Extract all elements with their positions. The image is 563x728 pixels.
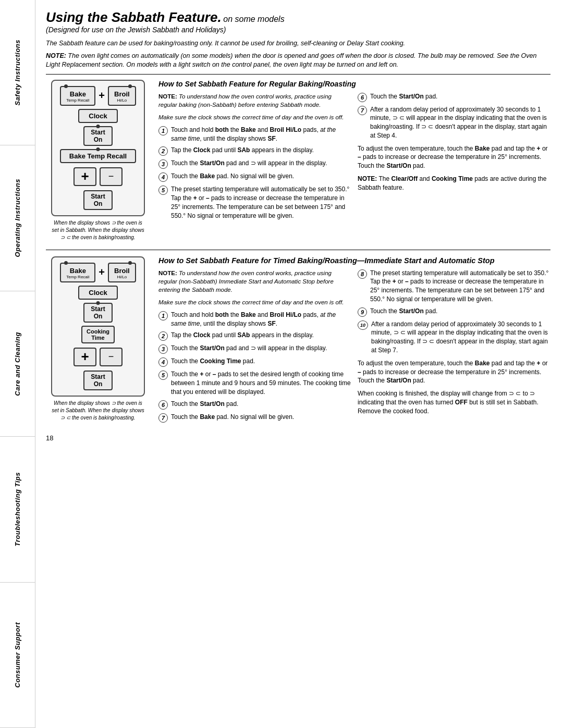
on-label: On [94,136,103,143]
note-text: The oven light comes on automatically (o… [46,52,537,69]
cooking-label: Cooking [87,328,109,335]
section-divider [46,250,550,250]
cooking-time-button[interactable]: Cooking Time [81,326,115,343]
sidebar-section-safety: Safety Instructions [0,0,35,145]
time-label: Time [91,335,104,341]
step-text-2-2: Tap the Clock pad until SAb appears in t… [171,331,351,340]
title-divider [46,74,550,75]
s1-note-label: NOTE: [158,93,177,100]
section1-note2: Make sure the clock shows the correct ti… [158,113,351,121]
broil-button-1[interactable]: Broil Hi/Lo [108,86,136,106]
step-num-2-7: 7 [158,413,168,423]
step-num-1-5: 5 [158,186,168,195]
section2-note2: Make sure the clock shows the correct ti… [158,298,351,306]
control-panel-2: Bake Temp Recall + Broil Hi/Lo Clock [51,256,145,397]
step-text-1-1: Touch and hold both the Bake and Broil H… [171,126,351,143]
bake-button-2[interactable]: Bake Temp Recall [60,263,95,282]
bake-button-1b[interactable]: Bake Temp Recall [60,149,136,163]
section1-adjust: To adjust the oven temperature, touch th… [358,144,550,170]
section1-heading: How to Set Sabbath Feature for Regular B… [158,80,550,88]
step-1-2: 2 Tap the Clock pad until SAb appears in… [158,146,351,156]
step-num-1-2: 2 [158,146,168,156]
bake-sublabel-3: Temp Recall [66,275,89,279]
step-num-2-10: 10 [358,320,368,330]
step-1-7: 7 After a random delay period of approxi… [358,105,550,140]
step-2-10: 10 After a random delay period of approx… [358,320,550,355]
intro-note: NOTE: The oven light comes on automatica… [46,52,550,70]
step-text-2-1: Touch and hold both the Bake and Broil H… [171,311,351,328]
note-label: NOTE: [46,52,66,59]
step-1-5: 5 The preset starting temperature will a… [158,185,351,220]
section1-right: How to Set Sabbath Feature for Regular B… [158,80,550,241]
section1-steps-right: 6 Touch the Start/On pad. 7 After a rand… [358,92,550,224]
panel-caption-1: When the display shows ⊃ the oven is set… [51,219,145,241]
step-num-2-1: 1 [158,311,168,320]
step-text-2-4: Touch the Cooking Time pad. [171,357,351,366]
start-label-2b: Start [91,373,105,380]
minus-arrow-btn-1[interactable]: − [100,167,123,186]
on-label-b: On [94,200,103,207]
sidebar-section-operating: Operating Instructions [0,145,35,291]
start-on-button-2b[interactable]: Start On [83,371,112,390]
broil-label-2: Broil [114,267,130,275]
dot-bake-left [64,84,68,88]
plus-arrow-btn-2[interactable]: + [74,348,96,366]
step-num-1-3: 3 [158,159,168,169]
step-2-2: 2 Tap the Clock pad until SAb appears in… [158,331,351,341]
start-label-b: Start [91,193,105,200]
start-on-button-1[interactable]: Start On [83,126,112,146]
section2-left: Bake Temp Recall + Broil Hi/Lo Clock [46,256,150,426]
dot2-start [96,301,100,305]
bake-sublabel-2: Temp Recall [88,152,127,160]
broil-sublabel: Hi/Lo [114,98,130,103]
clock-button-2[interactable]: Clock [78,286,117,300]
step-num-2-8: 8 [358,269,367,279]
broil-label: Broil [114,90,130,98]
sidebar: Safety Instructions Operating Instructio… [0,0,35,728]
sidebar-section-care: Care and Cleaning [0,291,35,437]
sidebar-label-safety: Safety Instructions [14,40,21,106]
bake-button-1[interactable]: Bake Temp Recall [60,86,95,106]
section2-steps-right: 8 The preset starting temperature will a… [358,269,550,426]
step-num-2-9: 9 [358,307,367,317]
plus-arrow-btn-1[interactable]: + [74,167,96,186]
step-num-1-4: 4 [158,172,168,182]
step-2-1: 1 Touch and hold both the Bake and Broil… [158,311,351,328]
step-num-2-6: 6 [158,400,168,410]
section1-note-bottom: NOTE: The Clear/Off and Cooking Time pad… [358,175,550,192]
page-number: 18 [46,434,550,442]
bake-label-2: Bake [69,152,85,160]
step-text-2-3: Touch the Start/On pad and ⊃ will appear… [171,344,351,353]
dot-start [96,125,100,128]
broil-button-2[interactable]: Broil Hi/Lo [108,263,136,282]
section2-note: NOTE: To understand how the oven control… [158,269,351,294]
dot-broil-right [128,84,132,88]
clock-button-1[interactable]: Clock [78,109,117,123]
dot-bake2 [96,147,100,151]
control-panel-1: Bake Temp Recall + Broil Hi/Lo Clock [51,80,145,216]
step-num-2-3: 3 [158,344,168,354]
section2-finish: When cooking is finished, the display wi… [358,389,550,415]
step-text-1-5: The preset starting temperature will aut… [171,185,351,220]
start-label: Start [91,129,105,136]
section2: Bake Temp Recall + Broil Hi/Lo Clock [46,256,550,426]
sidebar-label-operating: Operating Instructions [14,179,21,257]
step-2-4: 4 Touch the Cooking Time pad. [158,357,351,367]
step-num-2-2: 2 [158,331,168,341]
on-label-2b: On [94,380,103,388]
minus-arrow-btn-2[interactable]: − [100,348,123,366]
step-text-1-7: After a random delay period of approxima… [370,105,550,140]
step-text-2-10: After a random delay period of approxima… [371,320,550,355]
section1: Bake Temp Recall + Broil Hi/Lo Clock [46,80,550,241]
step-text-1-3: Touch the Start/On pad and ⊃ will appear… [171,159,351,168]
bake-label-3: Bake [70,267,86,275]
s2-note-label: NOTE: [158,270,177,276]
sidebar-section-troubleshooting: Troubleshooting Tips [0,437,35,582]
start-on-button-2[interactable]: Start On [83,303,112,323]
sidebar-label-troubleshooting: Troubleshooting Tips [14,472,21,546]
bake-sublabel: Temp Recall [66,98,89,103]
intro-text-1: The Sabbath feature can be used for baki… [46,39,550,48]
start-on-button-1b[interactable]: Start On [83,190,112,210]
sidebar-label-care: Care and Cleaning [14,332,21,396]
step-1-4: 4 Touch the Bake pad. No signal will be … [158,172,351,182]
